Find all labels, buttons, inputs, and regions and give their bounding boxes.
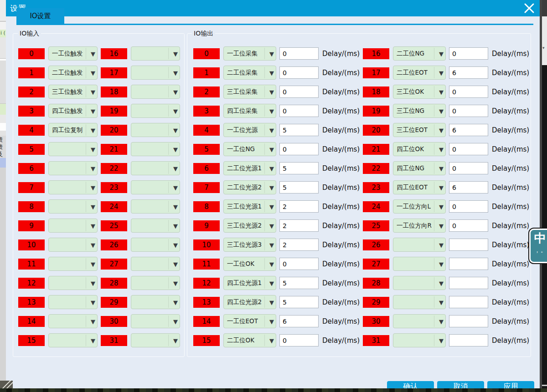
delay-input[interactable] <box>449 181 488 193</box>
signal-select[interactable]: 二工位触发▼ <box>48 66 98 80</box>
delay-input[interactable] <box>449 334 488 346</box>
signal-select[interactable]: ▼ <box>393 333 446 347</box>
signal-select[interactable]: 一工位方向R▼ <box>393 219 446 233</box>
bg-scrollbar[interactable]: ▾ <box>542 16 547 65</box>
confirm-button[interactable]: 确认 <box>387 381 434 388</box>
signal-select[interactable]: 二工位NG▼ <box>393 46 446 61</box>
delay-input[interactable] <box>279 105 319 117</box>
delay-input[interactable] <box>449 86 488 98</box>
delay-input[interactable] <box>449 258 488 270</box>
delay-input[interactable] <box>449 277 488 289</box>
signal-select[interactable]: ▼ <box>131 142 180 156</box>
delay-input[interactable] <box>279 47 319 60</box>
delay-input[interactable] <box>449 47 488 60</box>
signal-select[interactable]: 三工位触发▼ <box>48 85 98 99</box>
dialog-titlebar[interactable]: 设置 <box>6 0 540 16</box>
signal-select[interactable]: ▼ <box>131 46 180 61</box>
signal-select[interactable]: ▼ <box>48 314 98 328</box>
signal-select[interactable]: 二工位光源2▼ <box>223 180 276 194</box>
delay-input[interactable] <box>449 124 488 136</box>
delay-input[interactable] <box>449 105 488 117</box>
delay-input[interactable] <box>449 239 488 251</box>
signal-select[interactable]: 四工位OK▼ <box>393 142 446 156</box>
signal-select[interactable]: 四工位NG▼ <box>393 161 446 175</box>
signal-select[interactable]: 三工位光源3▼ <box>223 238 276 252</box>
delay-input[interactable] <box>449 66 488 79</box>
delay-input[interactable] <box>279 143 319 155</box>
delay-input[interactable] <box>279 181 319 193</box>
delay-input[interactable] <box>279 296 319 308</box>
signal-select[interactable]: 三工位OK▼ <box>393 85 446 99</box>
signal-select[interactable]: 一工位OK▼ <box>223 257 276 271</box>
signal-select[interactable]: 四工位光源1▼ <box>223 276 276 290</box>
signal-select[interactable]: ▼ <box>131 276 180 290</box>
delay-input[interactable] <box>449 162 488 174</box>
signal-select[interactable]: 四工位采集▼ <box>223 104 276 118</box>
signal-select[interactable]: ▼ <box>131 104 180 118</box>
delay-input[interactable] <box>449 219 488 232</box>
signal-select[interactable]: ▼ <box>131 161 180 175</box>
signal-select[interactable]: ▼ <box>48 219 98 233</box>
delay-input[interactable] <box>279 219 319 232</box>
signal-select[interactable]: ▼ <box>131 238 180 252</box>
signal-select[interactable]: 一工位方向L▼ <box>393 199 446 214</box>
cancel-button[interactable]: 取消 <box>437 381 484 388</box>
signal-select[interactable]: 二工位OK▼ <box>223 333 276 347</box>
signal-select[interactable]: 二工位光源1▼ <box>223 161 276 175</box>
signal-select[interactable]: 一工位光源▼ <box>223 123 276 137</box>
signal-select[interactable]: ▼ <box>131 333 180 347</box>
signal-select[interactable]: ▼ <box>131 66 180 80</box>
signal-select[interactable]: 一工位触发▼ <box>48 46 98 61</box>
signal-select[interactable]: ▼ <box>393 295 446 309</box>
signal-select[interactable]: ▼ <box>131 123 180 137</box>
delay-input[interactable] <box>279 315 319 327</box>
signal-select[interactable]: ▼ <box>393 314 446 328</box>
signal-select[interactable]: 三工位光源2▼ <box>223 219 276 233</box>
signal-select[interactable]: ▼ <box>48 199 98 214</box>
signal-select[interactable]: ▼ <box>131 180 180 194</box>
signal-select[interactable]: 二工位采集▼ <box>223 66 276 80</box>
delay-input[interactable] <box>279 86 319 98</box>
signal-select[interactable]: ▼ <box>393 238 446 252</box>
signal-select[interactable]: 一工位NG▼ <box>223 142 276 156</box>
signal-select[interactable]: 四工位光源2▼ <box>223 295 276 309</box>
signal-select[interactable]: ▼ <box>131 219 180 233</box>
signal-select[interactable]: 四工位EOT▼ <box>393 180 446 194</box>
ime-indicator[interactable]: 中 ，。简 <box>529 229 547 263</box>
delay-input[interactable] <box>279 66 319 79</box>
signal-select[interactable]: 三工位光源1▼ <box>223 199 276 214</box>
signal-select[interactable]: ▼ <box>131 85 180 99</box>
close-icon[interactable] <box>522 1 536 15</box>
signal-select[interactable]: ▼ <box>393 276 446 290</box>
signal-select[interactable]: ▼ <box>393 257 446 271</box>
signal-select[interactable]: ▼ <box>48 333 98 347</box>
delay-input[interactable] <box>449 200 488 213</box>
signal-select[interactable]: 四工位触发▼ <box>48 104 98 118</box>
signal-select[interactable]: 一工位EOT▼ <box>223 314 276 328</box>
delay-input[interactable] <box>279 200 319 213</box>
delay-input[interactable] <box>449 296 488 308</box>
signal-select[interactable]: 三工位采集▼ <box>223 85 276 99</box>
signal-select[interactable]: ▼ <box>48 295 98 309</box>
apply-button[interactable]: 应用 <box>487 381 534 388</box>
delay-input[interactable] <box>449 143 488 155</box>
signal-select[interactable]: ▼ <box>131 295 180 309</box>
delay-input[interactable] <box>279 258 319 270</box>
delay-input[interactable] <box>279 334 319 346</box>
delay-input[interactable] <box>279 124 319 136</box>
delay-input[interactable] <box>279 162 319 174</box>
signal-select[interactable]: ▼ <box>48 180 98 194</box>
signal-select[interactable]: ▼ <box>48 276 98 290</box>
delay-input[interactable] <box>449 315 488 327</box>
signal-select[interactable]: 一工位采集▼ <box>223 46 276 61</box>
signal-select[interactable]: ▼ <box>48 238 98 252</box>
signal-select[interactable]: ▼ <box>131 314 180 328</box>
tab-io-settings[interactable]: IO设置 <box>16 8 64 24</box>
signal-select[interactable]: 二工位EOT▼ <box>393 66 446 80</box>
signal-select[interactable]: ▼ <box>131 199 180 214</box>
signal-select[interactable]: ▼ <box>48 142 98 156</box>
signal-select[interactable]: ▼ <box>48 257 98 271</box>
signal-select[interactable]: 三工位EOT▼ <box>393 123 446 137</box>
signal-select[interactable]: 三工位NG▼ <box>393 104 446 118</box>
scrollbar-arrow-icon[interactable]: ▾ <box>542 46 545 50</box>
